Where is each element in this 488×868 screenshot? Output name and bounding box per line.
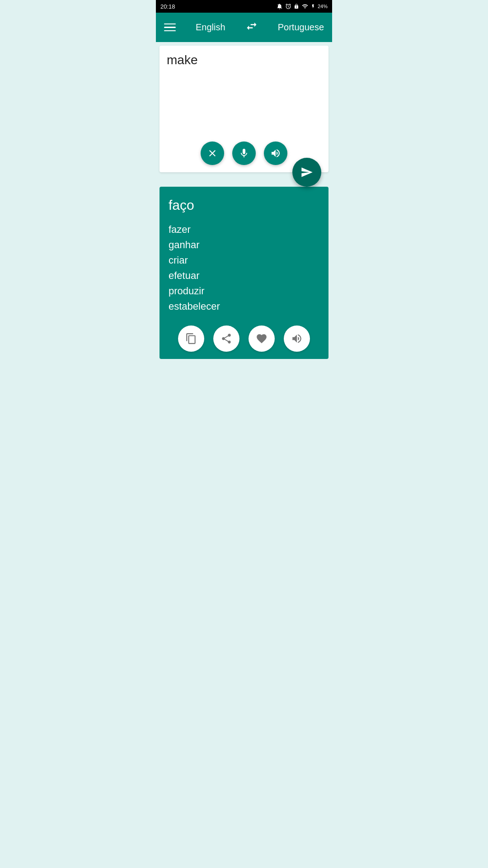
translate-btn-wrapper — [160, 172, 328, 187]
synonym-efetuar: efetuar — [169, 268, 319, 283]
favorite-button[interactable] — [249, 326, 275, 352]
swap-languages-button[interactable] — [245, 20, 258, 35]
synonym-estabelecer: estabelecer — [169, 299, 319, 314]
synonym-fazer: fazer — [169, 222, 319, 237]
menu-button[interactable] — [164, 24, 176, 32]
status-icons: 24% — [277, 3, 328, 9]
synonym-ganhar: ganhar — [169, 237, 319, 253]
primary-translation: faço — [169, 198, 319, 213]
input-area: make — [160, 46, 328, 172]
copy-button[interactable] — [178, 326, 204, 352]
battery-level: 24% — [318, 4, 328, 9]
result-area: faço fazer ganhar criar efetuar produzir… — [160, 187, 328, 359]
status-time: 20:18 — [160, 3, 175, 10]
source-language-selector[interactable]: English — [196, 22, 225, 33]
speak-source-button[interactable] — [264, 142, 287, 165]
source-text[interactable]: make — [167, 53, 321, 67]
result-actions — [169, 326, 319, 352]
synonym-criar: criar — [169, 253, 319, 268]
clear-button[interactable] — [201, 142, 224, 165]
status-bar: 20:18 24% — [156, 0, 332, 13]
translate-button[interactable] — [292, 158, 321, 187]
app-header: English Portuguese — [156, 13, 332, 42]
target-language-selector[interactable]: Portuguese — [278, 22, 324, 33]
synonym-produzir: produzir — [169, 283, 319, 299]
synonyms-list: fazer ganhar criar efetuar produzir esta… — [169, 222, 319, 315]
speak-result-button[interactable] — [284, 326, 310, 352]
share-button[interactable] — [213, 326, 239, 352]
mic-button[interactable] — [232, 142, 256, 165]
main-content: make faço fazer ganhar criar efetuar pro… — [156, 42, 332, 359]
input-controls — [201, 142, 287, 165]
